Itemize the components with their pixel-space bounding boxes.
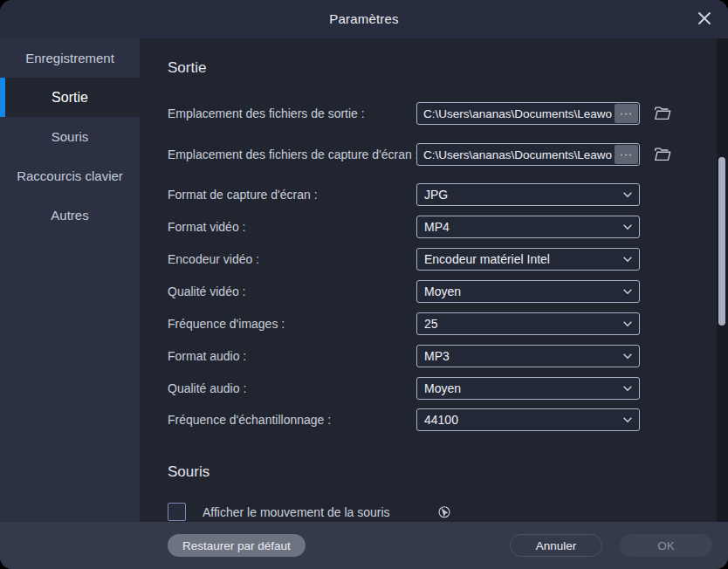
- sidebar-item-label: Raccourcis clavier: [17, 168, 123, 183]
- chevron-down-icon: [616, 318, 639, 330]
- setting-row: Fréquence d'échantillonnage : 44100: [140, 408, 728, 431]
- titlebar: Paramètres: [0, 0, 728, 38]
- select-value: JPG: [417, 188, 616, 202]
- setting-row: Encodeur vidéo : Encodeur matériel Intel: [140, 248, 728, 271]
- select-value: MP4: [417, 220, 616, 234]
- footer-bar: Restaurer par défaut Annuler OK: [0, 522, 728, 569]
- sidebar-item-raccourcis-clavier[interactable]: Raccourcis clavier: [0, 156, 140, 195]
- field-label: Qualité vidéo :: [168, 280, 246, 303]
- section-title-sortie: Sortie: [168, 59, 206, 77]
- setting-row: Format vidéo : MP4: [140, 216, 728, 238]
- field-label: Qualité audio :: [168, 377, 246, 400]
- scrollbar-track[interactable]: [717, 38, 728, 522]
- folder-icon[interactable]: [653, 145, 672, 164]
- select-value: MP3: [417, 349, 616, 363]
- chevron-down-icon: [616, 189, 639, 201]
- field-label: Format de capture d'écran :: [168, 183, 318, 206]
- video-format-select[interactable]: MP4: [416, 216, 640, 238]
- close-icon: [696, 10, 713, 31]
- scrollbar-thumb[interactable]: [718, 157, 725, 326]
- dialog-title: Paramètres: [0, 0, 728, 38]
- sidebar-item-label: Souris: [52, 129, 89, 144]
- field-label: Fréquence d'échantillonnage :: [168, 408, 331, 431]
- field-label: Emplacement des fichiers de capture d'éc…: [168, 143, 419, 166]
- sidebar-item-label: Enregistrement: [25, 51, 114, 65]
- chevron-down-icon: [616, 285, 639, 298]
- settings-content: Sortie Emplacement des fichiers de sorti…: [140, 38, 728, 569]
- path-value: C:\Users\ananas\Documents\Leawo: [417, 107, 615, 120]
- browse-button[interactable]: ···: [615, 145, 638, 164]
- checkbox-label: Afficher le mouvement de la souris: [203, 505, 390, 519]
- select-value: Encodeur matériel Intel: [417, 252, 616, 266]
- chevron-down-icon: [616, 414, 639, 426]
- field-label: Emplacement des fichiers de sortie :: [168, 102, 365, 125]
- setting-row: Qualité audio : Moyen: [140, 377, 728, 400]
- setting-row: Emplacement des fichiers de capture d'éc…: [140, 143, 728, 166]
- section-title-souris: Souris: [168, 463, 209, 481]
- mouse-cursor-icon: [436, 504, 452, 523]
- show-mouse-movement-checkbox[interactable]: [168, 503, 186, 521]
- browse-button[interactable]: ···: [615, 104, 638, 123]
- chevron-down-icon: [616, 382, 639, 394]
- select-value: 44100: [417, 413, 616, 427]
- chevron-down-icon: [616, 253, 639, 265]
- video-quality-select[interactable]: Moyen: [416, 280, 640, 303]
- close-button[interactable]: [694, 10, 715, 31]
- audio-quality-select[interactable]: Moyen: [416, 377, 640, 400]
- field-label: Format audio :: [168, 345, 246, 367]
- screenshot-path-field[interactable]: C:\Users\ananas\Documents\Leawo ···: [416, 143, 640, 166]
- field-label: Encodeur vidéo :: [168, 248, 259, 271]
- sidebar-item-autres[interactable]: Autres: [0, 195, 140, 235]
- video-encoder-select[interactable]: Encodeur matériel Intel: [416, 248, 640, 271]
- setting-row: Fréquence d'images : 25: [140, 312, 728, 335]
- select-value: 25: [417, 317, 616, 331]
- settings-dialog: Paramètres Enregistrement Sortie Souris …: [0, 0, 728, 569]
- setting-row: Format de capture d'écran : JPG: [140, 183, 728, 206]
- sample-rate-select[interactable]: 44100: [416, 408, 640, 431]
- sidebar-item-souris[interactable]: Souris: [0, 117, 140, 156]
- sidebar-item-label: Autres: [51, 208, 88, 223]
- sidebar: Enregistrement Sortie Souris Raccourcis …: [0, 38, 140, 569]
- setting-row: Emplacement des fichiers de sortie : C:\…: [140, 102, 728, 125]
- frame-rate-select[interactable]: 25: [416, 312, 640, 335]
- setting-row: Qualité vidéo : Moyen: [140, 280, 728, 303]
- field-label: Format vidéo :: [168, 216, 245, 238]
- sidebar-item-enregistrement[interactable]: Enregistrement: [0, 38, 140, 78]
- sidebar-item-label: Sortie: [52, 90, 88, 106]
- output-path-field[interactable]: C:\Users\ananas\Documents\Leawo ···: [416, 102, 640, 125]
- folder-icon[interactable]: [653, 104, 672, 123]
- audio-format-select[interactable]: MP3: [416, 345, 640, 367]
- ok-button[interactable]: OK: [620, 534, 712, 557]
- select-value: Moyen: [417, 381, 616, 395]
- cancel-button[interactable]: Annuler: [510, 534, 602, 557]
- setting-row: Format audio : MP3: [140, 345, 728, 367]
- chevron-down-icon: [616, 350, 639, 362]
- screenshot-format-select[interactable]: JPG: [416, 183, 640, 206]
- path-value: C:\Users\ananas\Documents\Leawo: [417, 148, 615, 161]
- field-label: Fréquence d'images :: [168, 312, 285, 335]
- chevron-down-icon: [616, 221, 639, 233]
- sidebar-item-sortie[interactable]: Sortie: [0, 78, 140, 117]
- restore-defaults-button[interactable]: Restaurer par défaut: [168, 534, 306, 557]
- select-value: Moyen: [417, 284, 616, 298]
